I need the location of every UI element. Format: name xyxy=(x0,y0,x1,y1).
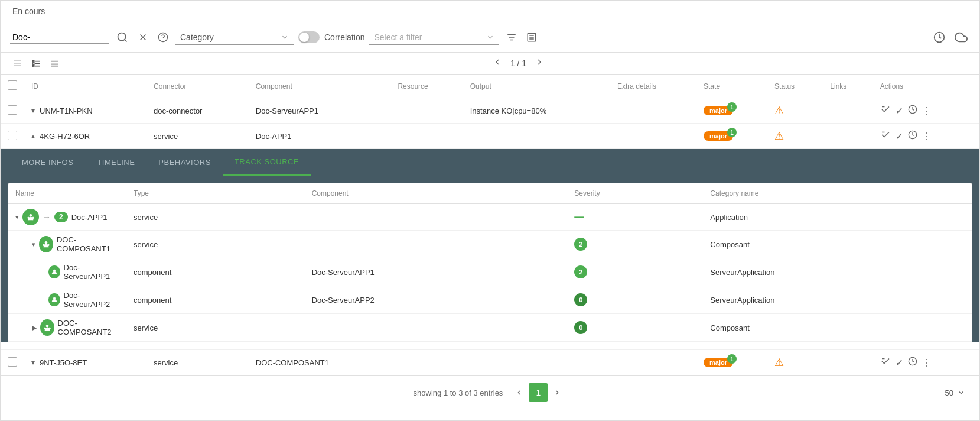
toolbar: Category Correlation Select a filter xyxy=(1,22,979,53)
expanded-panel-row: MORE INFOS TIMELINE PBEHAVIORS TRACK SOU… xyxy=(1,149,979,350)
service-icon-5 xyxy=(40,319,54,336)
row-connector-3: service xyxy=(146,350,249,375)
track-name-4: Doc-ServeurAPP2 xyxy=(64,291,119,309)
page-next-button[interactable] xyxy=(531,56,548,70)
per-page-chevron[interactable] xyxy=(957,388,965,397)
track-severity-2: 2 xyxy=(567,231,703,258)
track-table: Name Type Component Severity Category na… xyxy=(8,183,972,342)
col-id: ID xyxy=(24,75,146,98)
row-connector-2: service xyxy=(146,124,249,149)
bottom-next-button[interactable] xyxy=(548,383,566,402)
col-resource: Resource xyxy=(390,75,463,98)
tab-pbehaviors[interactable]: PBEHAVIORS xyxy=(146,150,223,175)
row-output-2 xyxy=(463,124,610,149)
row-id-2: 4KG-H72-6OR xyxy=(40,132,90,141)
track-name-cell-2: ▾ DOC-COMPOSANT1 xyxy=(15,235,119,253)
page-prev-button[interactable] xyxy=(489,56,506,70)
track-name-5: DOC-COMPOSANT2 xyxy=(58,319,119,336)
search-button[interactable] xyxy=(114,29,131,46)
action-assign-3[interactable] xyxy=(880,356,891,369)
clock-button[interactable] xyxy=(931,29,948,46)
action-more-1[interactable]: ⋮ xyxy=(922,105,932,116)
state-badge-3: major 1 xyxy=(704,358,733,367)
arrow-icon-1: → xyxy=(43,212,51,222)
severity-badge-2: 2 xyxy=(574,238,587,251)
track-component-2 xyxy=(305,231,568,258)
action-assign-1[interactable] xyxy=(880,104,891,117)
bottom-page-1-button[interactable]: 1 xyxy=(529,383,548,402)
action-clock-1[interactable] xyxy=(908,105,917,116)
view-toggle-compact[interactable] xyxy=(48,56,62,70)
search-input[interactable] xyxy=(12,33,107,42)
select-all-checkbox[interactable] xyxy=(8,80,17,90)
action-clock-3[interactable] xyxy=(908,357,917,368)
svg-point-42 xyxy=(48,328,50,329)
table-header-row: ID Connector Component Resource Output E… xyxy=(1,75,979,98)
track-col-component: Component xyxy=(305,183,568,204)
action-more-3[interactable]: ⋮ xyxy=(922,357,932,368)
row-checkbox-1[interactable] xyxy=(8,105,17,115)
track-name-cell-1: ▾ → 2 Doc-APP1 xyxy=(15,209,119,225)
view-toggle-list-simple[interactable] xyxy=(10,56,24,70)
warning-icon-2: ⚠ xyxy=(774,130,784,142)
tab-more-infos[interactable]: MORE INFOS xyxy=(10,150,85,175)
track-severity-3: 2 xyxy=(567,258,703,286)
view-toggle-list-detail[interactable] xyxy=(29,56,43,70)
col-status: Status xyxy=(767,75,823,98)
state-badge-1: major 1 xyxy=(704,106,733,115)
track-type-5: service xyxy=(126,314,305,342)
track-col-name: Name xyxy=(8,183,126,204)
col-links: Links xyxy=(823,75,872,98)
cloud-button[interactable] xyxy=(952,28,970,46)
filter-placeholder: Select a filter xyxy=(374,33,422,42)
track-severity-1: — xyxy=(567,204,703,231)
action-check-2[interactable]: ✓ xyxy=(896,131,903,142)
correlation-toggle[interactable] xyxy=(298,31,320,43)
col-actions: Actions xyxy=(873,75,979,98)
action-check-3[interactable]: ✓ xyxy=(896,357,903,368)
expand-btn-2[interactable]: ▴ xyxy=(31,132,35,140)
action-clock-2[interactable] xyxy=(908,130,917,142)
expand-btn-1[interactable]: ▾ xyxy=(31,106,35,115)
filter-lines-button[interactable] xyxy=(504,30,519,45)
panel-tabs: MORE INFOS TIMELINE PBEHAVIORS TRACK SOU… xyxy=(1,149,979,176)
svg-point-33 xyxy=(28,217,30,219)
col-extra: Extra details xyxy=(610,75,696,98)
track-expand-btn-2[interactable]: ▾ xyxy=(32,241,35,248)
track-type-3: component xyxy=(126,258,305,286)
filter-dropdown[interactable]: Select a filter xyxy=(369,30,499,45)
row-extra-1 xyxy=(610,98,696,124)
row-checkbox-2[interactable] xyxy=(8,131,17,140)
page-header: En cours xyxy=(1,1,979,22)
track-name-3: Doc-ServeurAPP1 xyxy=(64,263,119,281)
track-category-2: Composant xyxy=(703,231,972,258)
bottom-prev-button[interactable] xyxy=(510,383,529,402)
action-assign-2[interactable] xyxy=(880,129,891,143)
track-col-severity: Severity xyxy=(567,183,703,204)
track-severity-5: 0 xyxy=(567,314,703,342)
main-table: ID Connector Component Resource Output E… xyxy=(1,75,979,375)
tab-track-source[interactable]: TRACK SOURCE xyxy=(223,149,311,176)
action-check-1[interactable]: ✓ xyxy=(896,105,903,116)
expand-btn-3[interactable]: ▾ xyxy=(31,358,35,367)
track-row: Doc-ServeurAPP1 component Doc-ServeurAPP… xyxy=(8,258,972,286)
track-expand-btn-5[interactable]: ▶ xyxy=(32,324,37,332)
track-name-1: Doc-APP1 xyxy=(71,213,108,222)
id-cell-1: ▾ UNM-T1N-PKN xyxy=(31,106,139,115)
track-expand-btn-1[interactable]: ▾ xyxy=(15,213,19,221)
showing-text: showing 1 to 3 of 3 entries xyxy=(414,388,503,397)
track-category-5: Composant xyxy=(703,314,972,342)
page-title: En cours xyxy=(12,7,45,16)
row-checkbox-3[interactable] xyxy=(8,357,17,367)
category-dropdown[interactable]: Category xyxy=(175,30,294,45)
service-icon-1 xyxy=(22,209,39,225)
action-more-2[interactable]: ⋮ xyxy=(922,131,932,142)
list-button[interactable] xyxy=(524,30,539,45)
top-pagination: 1 / 1 xyxy=(67,56,970,70)
clear-button[interactable] xyxy=(135,30,151,45)
track-header-row: Name Type Component Severity Category na… xyxy=(8,183,972,204)
help-button[interactable] xyxy=(155,30,171,45)
track-name-cell-4: Doc-ServeurAPP2 xyxy=(15,291,119,309)
tab-timeline[interactable]: TIMELINE xyxy=(85,150,146,175)
view-toggles: 1 / 1 xyxy=(1,53,979,75)
